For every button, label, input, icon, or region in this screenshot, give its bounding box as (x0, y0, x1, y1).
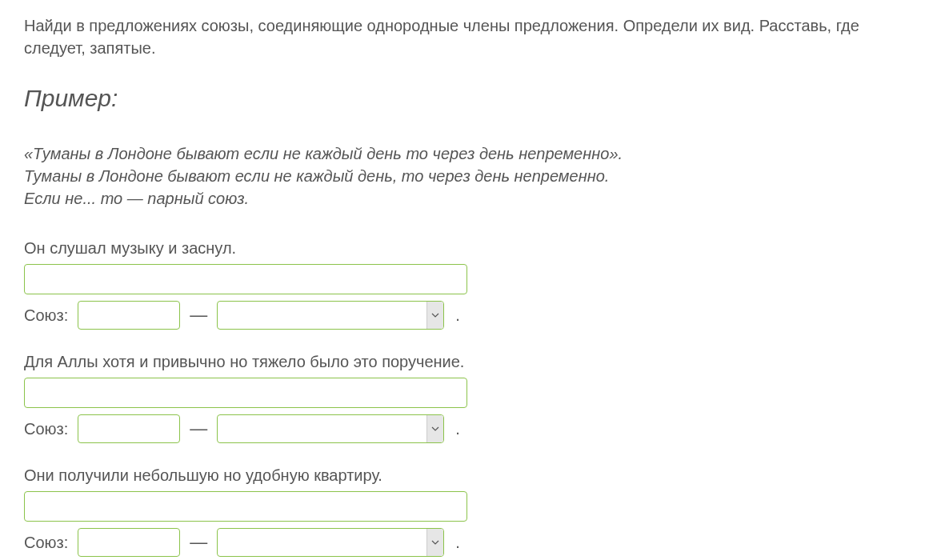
exercise-1-row: Союз: — . (24, 301, 909, 330)
exercise-1-conj-input[interactable] (78, 301, 180, 330)
instruction-text: Найди в предложениях союзы, соединяющие … (24, 14, 909, 59)
example-heading: Пример: (24, 82, 909, 115)
exercise-page: Найди в предложениях союзы, соединяющие … (0, 0, 933, 557)
period-text: . (455, 304, 460, 326)
example-line-1: «Туманы в Лондоне бывают если не каждый … (24, 142, 909, 165)
exercise-2-type-value (218, 415, 426, 442)
conj-label: Союз: (24, 531, 68, 554)
chevron-down-icon (426, 529, 443, 556)
exercise-3-row: Союз: — . (24, 528, 909, 557)
exercise-2-conj-input[interactable] (78, 414, 180, 443)
exercise-2-sentence: Для Аллы хотя и привычно но тяжело было … (24, 350, 909, 373)
exercise-1-answer-input[interactable] (24, 264, 467, 294)
period-text: . (455, 531, 460, 554)
exercise-3-sentence: Они получили небольшую но удобную кварти… (24, 464, 909, 486)
example-line-2: Туманы в Лондоне бывают если не каждый д… (24, 165, 909, 187)
exercise-1-sentence: Он слушал музыку и заснул. (24, 237, 909, 259)
period-text: . (455, 418, 460, 440)
example-block: «Туманы в Лондоне бывают если не каждый … (24, 142, 909, 210)
exercise-3: Они получили небольшую но удобную кварти… (24, 464, 909, 557)
dash-separator: — (190, 417, 207, 442)
dash-separator: — (190, 303, 207, 328)
conj-label: Союз: (24, 304, 68, 326)
exercise-2-row: Союз: — . (24, 414, 909, 443)
exercise-3-conj-input[interactable] (78, 528, 180, 557)
conj-label: Союз: (24, 418, 68, 440)
exercise-1: Он слушал музыку и заснул. Союз: — . (24, 237, 909, 330)
exercise-1-type-value (218, 302, 426, 329)
exercise-2-answer-input[interactable] (24, 378, 467, 408)
exercise-3-answer-input[interactable] (24, 491, 467, 522)
example-line-3: Если не... то — парный союз. (24, 187, 909, 210)
chevron-down-icon (426, 302, 443, 329)
exercise-3-type-value (218, 529, 426, 556)
exercise-3-type-select[interactable] (217, 528, 444, 557)
dash-separator: — (190, 530, 207, 555)
chevron-down-icon (426, 415, 443, 442)
exercise-1-type-select[interactable] (217, 301, 444, 330)
exercise-2-type-select[interactable] (217, 414, 444, 443)
exercise-2: Для Аллы хотя и привычно но тяжело было … (24, 350, 909, 443)
